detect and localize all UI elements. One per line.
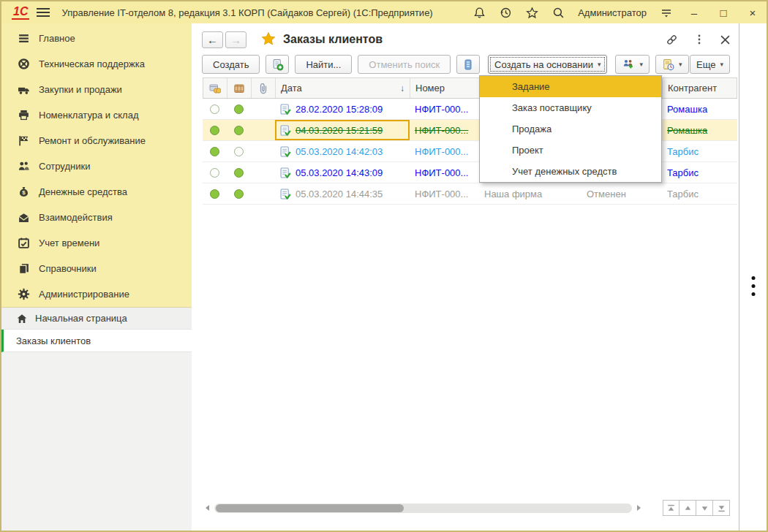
order-number: НФИТ-000... — [415, 104, 468, 115]
scroll-right-icon[interactable] — [635, 503, 644, 512]
chevron-down-icon: ▾ — [679, 61, 682, 68]
mail-icon — [18, 211, 30, 224]
order-number: НФИТ-000... — [415, 146, 468, 157]
table-row[interactable]: 05.03.2020 14:44:35НФИТ-000...Наша фирма… — [203, 183, 737, 205]
sidebar-item-home[interactable]: Начальная страница — [1, 307, 192, 330]
sidebar-item-10[interactable]: Администрирование — [1, 281, 192, 307]
forward-arrow-icon: → — [230, 34, 241, 45]
date-header-label: Дата — [281, 83, 302, 94]
menu-item[interactable]: Проект — [480, 140, 661, 161]
more-button[interactable]: Еще ▾ — [690, 55, 730, 74]
chevron-down-icon: ▾ — [720, 61, 723, 68]
order-contragent: Ромашка — [667, 104, 707, 115]
favorites-star-icon[interactable] — [525, 6, 538, 19]
document-posted-icon — [280, 189, 291, 200]
main-content: ← → Заказы клиентов Создать — [192, 23, 739, 531]
menu-item[interactable]: Продажа — [480, 118, 661, 140]
go-last-button[interactable] — [713, 500, 730, 516]
horizontal-scrollbar[interactable] — [214, 503, 632, 513]
sidebar-item-0[interactable]: Главное — [1, 26, 192, 51]
attachment-icon — [258, 83, 268, 94]
create-based-on-button[interactable]: Создать на основании ▾ — [488, 55, 607, 74]
scroll-left-icon[interactable] — [203, 503, 211, 512]
sidebar-item-8[interactable]: Учет времени — [1, 230, 192, 256]
copy-button[interactable] — [266, 55, 289, 74]
close-window-button[interactable]: × — [745, 7, 761, 19]
money-bag-icon: $ — [18, 186, 30, 198]
sidebar-item-6[interactable]: $Денежные средства — [1, 179, 192, 205]
main-menu-icon[interactable] — [37, 8, 50, 17]
payment-status-indicator — [210, 147, 219, 156]
find-button[interactable]: Найти... — [295, 55, 352, 74]
create-button[interactable]: Создать — [202, 55, 260, 74]
sidebar: ГлавноеТехническая поддержкаЗакупки и пр… — [1, 23, 192, 531]
payment-status-indicator — [210, 104, 219, 114]
list-settings-button[interactable] — [456, 55, 480, 74]
maximize-button[interactable]: □ — [715, 7, 731, 19]
record-navigation — [663, 500, 730, 516]
form-header: ← → Заказы клиентов — [192, 28, 739, 51]
minimize-button[interactable]: – — [686, 7, 702, 19]
payment-status-indicator — [210, 126, 219, 135]
sidebar-item-label: Денежные средства — [39, 186, 127, 197]
toolbar: Создать Найти... Отменить поиск Создать … — [202, 54, 730, 75]
assign-performer-button[interactable]: ▾ — [615, 55, 650, 74]
shipment-box-icon — [233, 83, 245, 94]
sidebar-item-9[interactable]: Справочники — [1, 256, 192, 281]
shipment-status-indicator — [234, 126, 244, 135]
open-tab-orders[interactable]: Заказы клиентов — [1, 330, 192, 352]
order-contragent: Тарбис — [667, 167, 699, 178]
sidebar-item-7[interactable]: Взаимодействия — [1, 205, 192, 230]
menu-item[interactable]: Заказ поставщику — [480, 97, 661, 118]
menu-item[interactable]: Учет денежных средств — [480, 161, 661, 182]
contragent-column-header[interactable]: Контрагент — [663, 78, 737, 98]
deadline-document-button[interactable]: ▾ — [655, 55, 689, 74]
close-form-icon[interactable] — [720, 35, 730, 45]
application-window: 1С Управление IT-отделом 8, редакция 3.1… — [0, 0, 768, 532]
number-column-header[interactable]: Номер — [410, 78, 480, 98]
window-titlebar: 1С Управление IT-отделом 8, редакция 3.1… — [1, 1, 767, 23]
date-column-header[interactable]: Дата ↓ — [276, 78, 410, 98]
order-contragent: Тарбис — [667, 189, 699, 200]
gear-icon — [18, 288, 30, 300]
sidebar-item-5[interactable]: Сотрудники — [1, 153, 192, 179]
list-icon — [462, 58, 474, 71]
menu-item[interactable]: Задание — [480, 76, 661, 97]
go-previous-button[interactable] — [679, 500, 696, 516]
sidebar-item-2[interactable]: Закупки и продажи — [1, 77, 192, 102]
back-button[interactable]: ← — [202, 31, 223, 48]
order-date: 05.03.2020 14:44:35 — [295, 189, 383, 200]
window-title: Управление IT-отделом 8, редакция 3.1 КО… — [61, 7, 432, 18]
attachment-column-header[interactable] — [252, 78, 276, 98]
cancel-search-button[interactable]: Отменить поиск — [358, 55, 451, 74]
history-icon[interactable] — [499, 6, 512, 19]
sidebar-item-3[interactable]: Номенклатура и склад — [1, 102, 192, 128]
shipment-column-header[interactable] — [227, 78, 252, 98]
panel-splitter-handle[interactable] — [751, 272, 755, 300]
go-next-button[interactable] — [696, 500, 713, 516]
favorite-star-icon[interactable] — [261, 31, 276, 48]
sidebar-item-1[interactable]: Техническая поддержка — [1, 51, 192, 77]
number-header-label: Номер — [415, 83, 445, 94]
order-number: НФИТ-000... — [415, 189, 468, 200]
notifications-bell-icon[interactable] — [473, 6, 486, 19]
payment-column-header[interactable] — [203, 78, 227, 98]
create-based-on-menu: ЗаданиеЗаказ поставщикуПродажаПроектУчет… — [479, 75, 662, 183]
search-icon[interactable] — [551, 6, 565, 19]
chevron-down-icon: ▾ — [639, 61, 643, 68]
go-first-button[interactable] — [663, 500, 679, 516]
service-menu-icon[interactable] — [660, 6, 673, 19]
sidebar-item-4[interactable]: Ремонт и обслуживание — [1, 128, 192, 153]
kebab-menu-icon[interactable] — [697, 34, 701, 45]
warehouse-icon — [18, 109, 30, 121]
forward-button[interactable]: → — [225, 31, 246, 48]
document-posted-icon — [280, 167, 291, 178]
home-label: Начальная страница — [35, 313, 127, 324]
get-link-icon[interactable] — [666, 34, 678, 46]
sidebar-item-label: Закупки и продажи — [39, 84, 122, 95]
order-date: 05.03.2020 14:42:03 — [295, 146, 383, 157]
current-user[interactable]: Администратор — [578, 7, 647, 18]
1c-logo-icon: 1С — [12, 6, 29, 20]
order-contragent: Тарбис — [667, 146, 699, 157]
scrollbar-thumb[interactable] — [216, 504, 404, 512]
